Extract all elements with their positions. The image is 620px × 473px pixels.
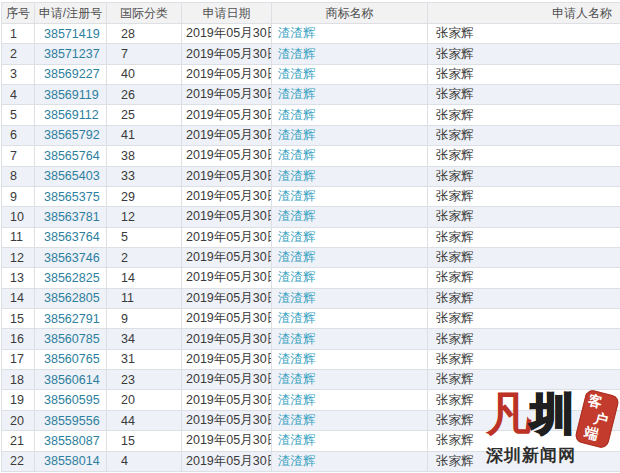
applicant-cell: 张家辉 [436, 67, 474, 81]
mark-name-link[interactable]: 渣渣辉 [278, 128, 316, 142]
apply-date-cell: 2019年05月30日 [186, 47, 272, 61]
reg-no-link[interactable]: 38569227 [44, 67, 100, 81]
reg-no-link[interactable]: 38560614 [44, 373, 100, 387]
intl-class-cell: 25 [121, 108, 135, 122]
seq-cell: 4 [10, 88, 17, 102]
reg-no-link[interactable]: 38560785 [44, 332, 100, 346]
applicant-cell: 张家辉 [436, 311, 474, 325]
mark-name-link[interactable]: 渣渣辉 [278, 250, 316, 264]
seq-cell: 8 [10, 169, 17, 183]
column-header-5: 商标名称 [272, 3, 428, 24]
applicant-cell: 张家辉 [436, 209, 474, 223]
reg-no-link[interactable]: 38562791 [44, 312, 100, 326]
reg-no-link[interactable]: 38560765 [44, 352, 100, 366]
apply-date-cell: 2019年05月30日 [186, 270, 272, 284]
reg-no-link[interactable]: 38558087 [44, 434, 100, 448]
reg-no-link[interactable]: 38571237 [44, 47, 100, 61]
reg-no-link[interactable]: 38569119 [44, 88, 99, 102]
intl-class-cell: 40 [121, 67, 135, 81]
intl-class-cell: 29 [121, 190, 135, 204]
table-row: 2138558087152019年05月30日渣渣辉张家辉 [2, 431, 620, 451]
header-row: 序号申请/注册号国际分类申请日期商标名称申请人名称 [2, 3, 620, 24]
mark-name-link[interactable]: 渣渣辉 [278, 413, 316, 427]
reg-no-link[interactable]: 38563746 [44, 251, 100, 265]
mark-name-link[interactable]: 渣渣辉 [278, 454, 316, 468]
mark-name-link[interactable]: 渣渣辉 [278, 209, 316, 223]
apply-date-cell: 2019年05月30日 [186, 332, 272, 346]
intl-class-cell: 20 [121, 393, 135, 407]
reg-no-link[interactable]: 38565764 [44, 149, 100, 163]
applicant-cell: 张家辉 [436, 270, 474, 284]
mark-name-link[interactable]: 渣渣辉 [278, 47, 316, 61]
mark-name-link[interactable]: 渣渣辉 [278, 87, 316, 101]
mark-name-link[interactable]: 渣渣辉 [278, 148, 316, 162]
apply-date-cell: 2019年05月30日 [186, 454, 272, 468]
mark-name-link[interactable]: 渣渣辉 [278, 393, 316, 407]
applicant-cell: 张家辉 [436, 108, 474, 122]
reg-no-link[interactable]: 38558014 [44, 454, 100, 468]
table-header: 序号申请/注册号国际分类申请日期商标名称申请人名称 [2, 3, 620, 24]
apply-date-cell: 2019年05月30日 [186, 393, 272, 407]
seq-cell: 16 [10, 332, 24, 346]
apply-date-cell: 2019年05月30日 [186, 413, 272, 427]
mark-name-link[interactable]: 渣渣辉 [278, 230, 316, 244]
applicant-cell: 张家辉 [436, 169, 474, 183]
mark-name-link[interactable]: 渣渣辉 [278, 108, 316, 122]
mark-name-link[interactable]: 渣渣辉 [278, 169, 316, 183]
intl-class-cell: 33 [121, 169, 135, 183]
trademark-results-table: 序号申请/注册号国际分类申请日期商标名称申请人名称 13857141928201… [1, 2, 620, 472]
table-row: 138571419282019年05月30日渣渣辉张家辉 [2, 24, 620, 44]
seq-cell: 22 [10, 454, 24, 468]
mark-name-link[interactable]: 渣渣辉 [278, 270, 316, 284]
applicant-cell: 张家辉 [436, 128, 474, 142]
applicant-cell: 张家辉 [436, 148, 474, 162]
table-row: 938565375292019年05月30日渣渣辉张家辉 [2, 186, 620, 206]
apply-date-cell: 2019年05月30日 [186, 87, 272, 101]
reg-no-link[interactable]: 38560595 [44, 393, 100, 407]
mark-name-link[interactable]: 渣渣辉 [278, 352, 316, 366]
intl-class-cell: 26 [121, 88, 135, 102]
reg-no-link[interactable]: 38565375 [44, 190, 100, 204]
intl-class-cell: 34 [121, 332, 135, 346]
seq-cell: 6 [10, 128, 17, 142]
mark-name-link[interactable]: 渣渣辉 [278, 332, 316, 346]
table-row: 123856374622019年05月30日渣渣辉张家辉 [2, 247, 620, 267]
apply-date-cell: 2019年05月30日 [186, 250, 272, 264]
intl-class-cell: 15 [121, 434, 135, 448]
mark-name-link[interactable]: 渣渣辉 [278, 26, 316, 40]
column-header-4: 申请日期 [182, 3, 272, 24]
table-row: 738565764382019年05月30日渣渣辉张家辉 [2, 146, 620, 166]
apply-date-cell: 2019年05月30日 [186, 128, 272, 142]
applicant-cell: 张家辉 [436, 332, 474, 346]
reg-no-link[interactable]: 38565403 [44, 169, 100, 183]
reg-no-link[interactable]: 38562805 [44, 291, 100, 305]
reg-no-link[interactable]: 38559556 [44, 414, 100, 428]
mark-name-link[interactable]: 渣渣辉 [278, 311, 316, 325]
reg-no-link[interactable]: 38571419 [44, 27, 100, 41]
reg-no-link[interactable]: 38563781 [44, 210, 100, 224]
reg-no-link[interactable]: 38563764 [44, 230, 100, 244]
seq-cell: 13 [10, 271, 24, 285]
mark-name-link[interactable]: 渣渣辉 [278, 433, 316, 447]
mark-name-link[interactable]: 渣渣辉 [278, 372, 316, 386]
mark-name-link[interactable]: 渣渣辉 [278, 291, 316, 305]
applicant-cell: 张家辉 [436, 393, 474, 407]
seq-cell: 21 [10, 434, 24, 448]
reg-no-link[interactable]: 38565792 [44, 128, 100, 142]
table-row: 113856376452019年05月30日渣渣辉张家辉 [2, 227, 620, 247]
reg-no-link[interactable]: 38562825 [44, 271, 100, 285]
apply-date-cell: 2019年05月30日 [186, 26, 272, 40]
mark-name-link[interactable]: 渣渣辉 [278, 67, 316, 81]
reg-no-link[interactable]: 38569112 [44, 108, 99, 122]
table-row: 223855801442019年05月30日渣渣辉张家辉 [2, 451, 620, 471]
apply-date-cell: 2019年05月30日 [186, 433, 272, 447]
mark-name-link[interactable]: 渣渣辉 [278, 189, 316, 203]
seq-cell: 1 [10, 27, 17, 41]
applicant-cell: 张家辉 [436, 230, 474, 244]
apply-date-cell: 2019年05月30日 [186, 169, 272, 183]
seq-cell: 3 [10, 67, 17, 81]
apply-date-cell: 2019年05月30日 [186, 189, 272, 203]
intl-class-cell: 2 [121, 251, 128, 265]
intl-class-cell: 44 [121, 414, 135, 428]
seq-cell: 9 [10, 190, 17, 204]
